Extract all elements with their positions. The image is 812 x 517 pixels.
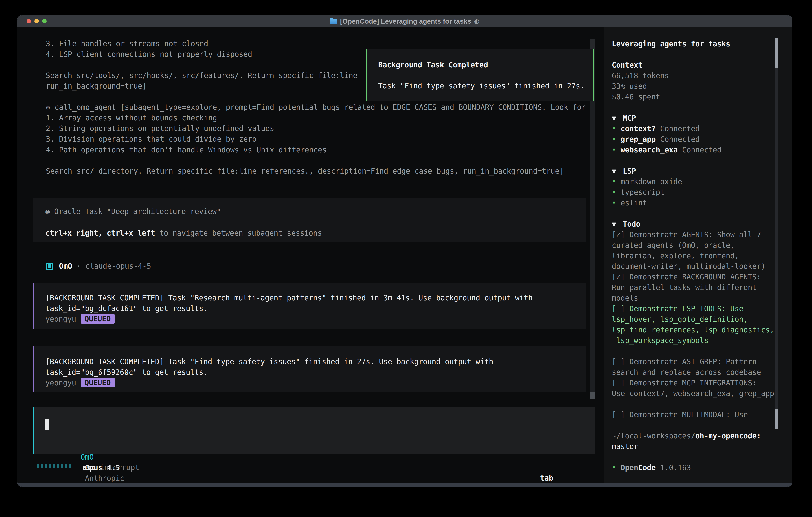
todo-item: [ ] Demonstrate AST-GREP: Pattern search… [612, 356, 792, 378]
oracle-shortcut-hint: to navigate between subagent sessions [155, 229, 322, 237]
agent-name: OmO [59, 261, 72, 272]
chat-scrollbar-cap [590, 39, 594, 49]
status-dot-icon: • [612, 144, 620, 155]
zoom-window-button[interactable] [42, 19, 47, 23]
chat-line: 3. File handles or streams not closed [46, 38, 208, 49]
message-line: [BACKGROUND TASK COMPLETED] Task "Find t… [46, 356, 586, 367]
status-dot-icon: • [612, 462, 620, 473]
context-spent: $0.46 spent [612, 91, 792, 102]
mcp-item: •context7Connected [612, 124, 792, 134]
tab-key-hint: tab [540, 474, 553, 483]
sidebar-scrollbar-thumb[interactable] [775, 38, 778, 68]
lsp-item: •eslint [612, 197, 792, 208]
todo-item: [✓] Demonstrate AGENTS: Show all 7 curat… [612, 229, 792, 272]
titlebar: [OpenCode] Leveraging agents for tasks ◐ [18, 16, 792, 27]
status-dot-icon: • [612, 176, 620, 187]
prompt-input[interactable]: OmO Opus 4.5 Anthropic [33, 407, 595, 454]
lsp-section-header[interactable]: ▼LSP [612, 166, 792, 176]
message-line: [BACKGROUND TASK COMPLETED] Task "Resear… [46, 293, 586, 303]
moon-icon: ◐ [474, 16, 479, 27]
chat-line: 1. Array access without bounds checking [46, 113, 217, 123]
record-icon: ◉ [46, 206, 54, 217]
chat-line: 4. LSP client connections not properly d… [46, 49, 252, 60]
status-dot-icon: • [612, 197, 620, 208]
agent-separator: · [77, 261, 81, 272]
chat-line: Search src/tools/, src/hooks/, src/featu… [46, 70, 357, 81]
context-used: 33% used [612, 81, 792, 91]
spinner-dot [53, 464, 55, 468]
spinner-dot [69, 464, 71, 468]
context-heading: Context [612, 60, 792, 71]
omo-agent-icon [46, 263, 53, 270]
spinner-dot [37, 464, 39, 468]
context-tokens: 66,518 tokens [612, 71, 792, 81]
toast-notification[interactable]: Background Task Completed Task "Find typ… [366, 49, 593, 101]
todo-section-header[interactable]: ▼Todo [612, 219, 792, 229]
window-title: [OpenCode] Leveraging agents for tasks ◐ [330, 16, 479, 27]
status-badge: QUEUED [81, 378, 115, 387]
session-sidebar[interactable]: Leveraging agents for tasks Context 66,5… [604, 27, 792, 483]
spinner-dot [45, 464, 47, 468]
background-task-message: [BACKGROUND TASK COMPLETED] Task "Find t… [33, 347, 586, 392]
chat-line: run_in_background=true] [46, 81, 147, 91]
window-title-text: [OpenCode] Leveraging agents for tasks [340, 16, 471, 27]
agent-model: claude-opus-4-5 [85, 261, 151, 272]
message-line: task_id="bg_dcfac161" to get results. [46, 303, 586, 314]
app-window: [OpenCode] Leveraging agents for tasks ◐… [17, 15, 792, 487]
spinner-dot [41, 464, 43, 468]
chevron-down-icon: ▼ [612, 166, 623, 176]
todo-item: [ ] Demonstrate MULTIMODAL: Use [612, 409, 792, 420]
background-task-message: [BACKGROUND TASK COMPLETED] Task "Resear… [33, 283, 586, 329]
workspace-branch: master [612, 441, 792, 452]
folder-icon [330, 19, 338, 24]
chat-line: Search src/ directory. Return specific f… [46, 166, 564, 176]
gear-icon: ⚙ [46, 102, 55, 113]
chat-line: 4. Path operations that don't handle Win… [46, 144, 327, 155]
todo-item: [ ] Demonstrate MCP INTEGRATIONS: Use co… [612, 378, 792, 399]
spinner-dot [65, 464, 67, 468]
lsp-item: •markdown-oxide [612, 176, 792, 187]
spinner-dot [61, 464, 63, 468]
mcp-item: •grep_appConnected [612, 134, 792, 144]
status-dot-icon: • [612, 124, 620, 134]
message-author: yeongyu [46, 379, 76, 387]
app-version: •OpenCode1.0.163 [612, 462, 792, 473]
esc-key-hint: esc [82, 462, 95, 473]
window-controls [27, 16, 47, 27]
spinner-dot [49, 464, 51, 468]
status-badge: QUEUED [81, 314, 115, 324]
status-dot-icon: • [612, 187, 620, 197]
oracle-shortcut-keys: ctrl+x right, ctrl+x left [46, 229, 155, 237]
tool-call-text: call_omo_agent [subagent_type=explore, p… [55, 103, 586, 112]
close-window-button[interactable] [27, 19, 31, 23]
mcp-item: •websearch_exaConnected [612, 144, 792, 155]
sidebar-scrollbar-track[interactable] [775, 38, 778, 429]
status-dot-icon: • [612, 134, 620, 144]
toast-body: Task "Find type safety issues" finished … [378, 81, 592, 91]
toast-title: Background Task Completed [378, 60, 592, 70]
mcp-section-header[interactable]: ▼MCP [612, 113, 792, 124]
tool-call-line: ⚙call_omo_agent [subagent_type=explore, … [46, 102, 586, 113]
input-agent-label: OmO [81, 453, 94, 461]
oracle-task-panel: ◉Oracle Task "Deep architecture review" … [33, 198, 586, 242]
workspace-path: ~/local-workspaces/oh-my-opencode: [612, 431, 792, 441]
oracle-task-title: Oracle Task "Deep architecture review" [54, 207, 221, 216]
message-line: task_id="bg_6f59260c" to get results. [46, 367, 586, 378]
chat-line: 2. String operations on potentially unde… [46, 123, 274, 134]
spinner-dot [57, 464, 59, 468]
chat-scrollbar-thumb[interactable] [590, 392, 594, 399]
minimize-window-button[interactable] [34, 19, 39, 23]
esc-key-label: interrupt [100, 462, 140, 473]
session-title: Leveraging agents for tasks [612, 38, 792, 49]
busy-spinner [37, 464, 71, 468]
chevron-down-icon: ▼ [612, 113, 623, 124]
chevron-down-icon: ▼ [612, 219, 623, 229]
message-author: yeongyu [46, 315, 76, 324]
window-bottom-edge [18, 483, 792, 487]
sidebar-scrollbar-thumb-bottom[interactable] [775, 409, 778, 429]
input-provider-label: Anthropic [85, 474, 124, 483]
lsp-item: •typescript [612, 187, 792, 197]
text-cursor [46, 419, 49, 430]
agent-header: OmO · claude-opus-4-5 [46, 261, 151, 272]
todo-item: [ ] Demonstrate LSP TOOLS: Use lsp_hover… [612, 303, 792, 346]
